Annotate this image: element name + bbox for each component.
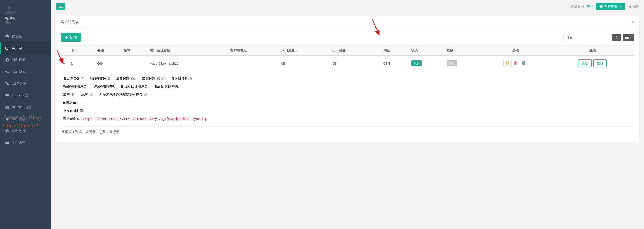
menu-toggle-button[interactable] <box>56 3 65 10</box>
svg-point-10 <box>6 95 6 96</box>
col-id: ID▲▼ <box>69 46 95 56</box>
col-in: 入口流量▲▼ <box>279 46 330 56</box>
expand-row: 最大连接数: 0 当前连接数: 0 流量限制: 0m 带宽限制: 0kb/s 最… <box>61 71 634 127</box>
col-status: 状态 <box>409 46 444 56</box>
topbar: 欢迎使用 NPS 简体中文 退出 <box>51 0 644 13</box>
svg-rect-14 <box>59 5 62 5</box>
language-dropdown[interactable]: 简体中文 <box>596 3 625 10</box>
refresh-icon <box>614 36 618 39</box>
sidebar-item-dashboard[interactable]: 仪表盘 <box>0 30 51 42</box>
svg-rect-3 <box>6 49 8 50</box>
delete-button[interactable] <box>512 60 520 67</box>
collapse-icon[interactable]: ⌃ <box>627 20 630 24</box>
sidebar-item-client[interactable]: 客户端 <box>0 42 51 54</box>
cell-remark: 666 <box>95 56 122 71</box>
expand-toggle[interactable]: − <box>63 61 65 65</box>
svg-rect-15 <box>59 6 62 6</box>
sidebar-item-http[interactable]: HTTP 代理 <box>0 90 51 101</box>
user-block: 管理员 系统 <box>0 0 51 28</box>
secret-icon <box>5 117 10 121</box>
refresh-button[interactable] <box>612 34 621 41</box>
host-button[interactable]: 主机 <box>593 59 607 67</box>
client-list-panel: 客户端列表 ⌃ ✕ 新增 <box>56 16 639 142</box>
sidebar-item-label: 客户端 <box>12 46 22 50</box>
col-out: 出口流量▲▼ <box>330 46 381 56</box>
svg-point-1 <box>7 36 8 37</box>
svg-rect-23 <box>625 37 629 38</box>
col-view: 查看 <box>551 46 634 56</box>
sidebar-item-file[interactable]: 文件访问 <box>0 137 51 149</box>
logout-link[interactable]: 退出 <box>628 4 639 9</box>
http-icon <box>5 94 10 97</box>
edit-button[interactable] <box>520 60 528 67</box>
cell-in: 0B <box>279 56 330 71</box>
cell-addr <box>228 56 279 71</box>
sidebar-item-tcp[interactable]: TCP 隧道 <box>0 66 51 78</box>
sidebar-item-label: P2P 连接 <box>12 129 26 133</box>
col-version: 版本 <box>122 46 148 56</box>
udp-icon <box>5 82 10 85</box>
col-conn: 连接 <box>445 46 480 56</box>
sidebar-item-secret[interactable]: 私密代理 <box>0 113 51 125</box>
cell-version <box>122 56 148 71</box>
edit-icon <box>522 61 525 65</box>
welcome-text: 欢迎使用 NPS <box>570 4 593 9</box>
svg-rect-21 <box>65 37 68 38</box>
svg-rect-13 <box>5 108 9 109</box>
client-icon <box>5 46 10 50</box>
svg-point-0 <box>7 6 11 10</box>
sidebar-item-domain[interactable]: 域名解析 <box>0 54 51 66</box>
svg-rect-22 <box>625 36 629 36</box>
svg-rect-25 <box>506 61 507 65</box>
trash-icon <box>514 61 517 65</box>
table-footer: 显示第 1 到第 1 条记录，总共 1 条记录 <box>61 127 634 137</box>
col-remark: 备注 <box>95 46 122 56</box>
chevron-down-icon <box>619 6 621 7</box>
dashboard-icon <box>5 34 10 38</box>
plus-icon <box>65 36 68 39</box>
svg-rect-24 <box>625 38 629 39</box>
product-link[interactable]: NPS <box>586 4 593 8</box>
sidebar-item-socks[interactable]: SOCKS 代理 <box>0 101 51 113</box>
table-row: − 2 666 vagbf53apjmp1h29 0B 0B 0B/S 开放 <box>61 56 634 71</box>
list-icon <box>625 36 629 39</box>
pause-icon <box>506 61 509 65</box>
svg-rect-2 <box>5 47 9 49</box>
domain-icon <box>5 58 10 62</box>
tunnel-button[interactable]: 隧道 <box>578 59 592 67</box>
sidebar-item-p2p[interactable]: P2P 连接 <box>0 125 51 137</box>
user-role: 管理员 <box>5 16 46 21</box>
col-vkey: 唯一验证密钥 <box>148 46 228 56</box>
sidebar-item-udp[interactable]: UDP 隧道 <box>0 78 51 90</box>
chevron-down-icon <box>630 37 632 38</box>
col-options: 选项 <box>480 46 551 56</box>
sidebar-item-label: 域名解析 <box>12 58 25 62</box>
client-table: ID▲▼ 备注 版本 唯一验证密钥 客户端地址 入口流量▲▼ 出口流量▲▼ 网速… <box>61 45 634 127</box>
columns-dropdown[interactable] <box>623 34 634 41</box>
close-icon[interactable]: ✕ <box>632 20 634 24</box>
cell-vkey: vagbf53apjmp1h29 <box>148 56 228 71</box>
conn-badge: 离线 <box>447 60 457 66</box>
sidebar-item-label: HTTP 代理 <box>12 93 28 98</box>
search-input[interactable] <box>564 34 610 41</box>
svg-rect-16 <box>59 7 62 8</box>
client-command: ./npc -server=111.173.117.178:8024 -vkey… <box>82 117 208 121</box>
sidebar: 管理员 系统 仪表盘客户端域名解析TCP 隧道UDP 隧道HTTP 代理SOCK… <box>0 0 51 229</box>
svg-rect-12 <box>5 107 9 108</box>
file-icon <box>5 141 10 145</box>
tcp-icon <box>5 70 10 74</box>
col-speed: 网速 <box>381 46 409 56</box>
svg-rect-11 <box>5 106 9 107</box>
cell-out: 0B <box>330 56 381 71</box>
col-addr: 客户端地址 <box>228 46 279 56</box>
status-badge: 开放 <box>411 60 422 66</box>
sidebar-item-label: 文件访问 <box>12 140 25 145</box>
sidebar-item-label: 仪表盘 <box>12 34 22 39</box>
pause-button[interactable] <box>504 60 512 67</box>
globe-icon <box>599 5 603 8</box>
svg-rect-26 <box>508 61 509 65</box>
p2p-icon <box>5 129 10 133</box>
add-button[interactable]: 新增 <box>61 33 81 42</box>
user-avatar-icon <box>5 5 15 14</box>
socks-icon <box>5 105 10 109</box>
